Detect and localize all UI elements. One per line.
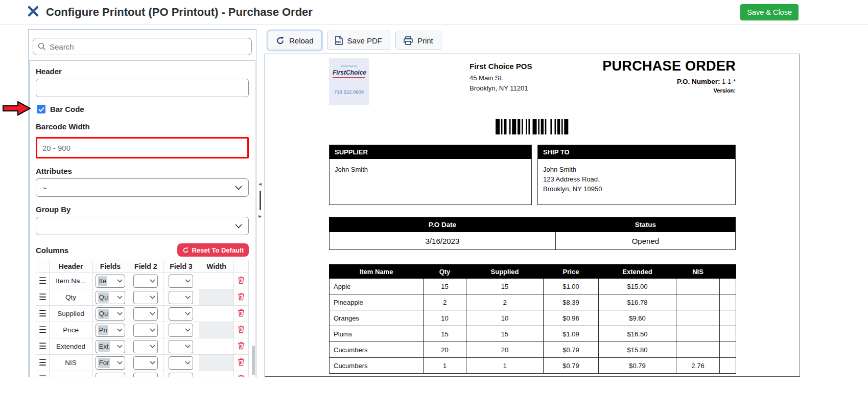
width-input-cell[interactable] bbox=[199, 322, 234, 338]
field3-select[interactable] bbox=[169, 324, 193, 337]
items-cell: Pineapple bbox=[330, 294, 424, 310]
columns-table-row: ☰ bbox=[36, 371, 249, 378]
reload-button-label: Reload bbox=[289, 36, 314, 45]
items-header-cell bbox=[720, 265, 736, 279]
fields-select[interactable]: Ite bbox=[96, 275, 125, 288]
chevron-down-icon bbox=[150, 312, 155, 315]
panel-splitter[interactable]: ◄ ► bbox=[256, 25, 264, 219]
header-input[interactable] bbox=[36, 79, 249, 97]
items-cell bbox=[676, 326, 720, 342]
sidebar-scrollbar[interactable] bbox=[252, 346, 255, 375]
barcode-width-label: Barcode Width bbox=[36, 122, 249, 131]
trash-icon[interactable] bbox=[238, 292, 245, 301]
field3-select[interactable] bbox=[169, 340, 193, 353]
items-cell bbox=[720, 310, 736, 326]
trash-icon[interactable] bbox=[238, 341, 245, 350]
ship-to-header: SHIP TO bbox=[538, 145, 735, 159]
width-input-cell[interactable] bbox=[199, 306, 234, 322]
field2-select[interactable] bbox=[133, 275, 158, 288]
field2-select[interactable] bbox=[133, 373, 158, 378]
fields-select[interactable]: Qu bbox=[96, 307, 125, 321]
attributes-select-value: ~ bbox=[42, 184, 47, 192]
drag-handle-icon[interactable]: ☰ bbox=[39, 309, 46, 318]
items-row: Pineapple22$8.39$16.78 bbox=[330, 294, 736, 310]
chevron-down-icon bbox=[235, 186, 242, 190]
field2-select[interactable] bbox=[133, 324, 158, 337]
group-by-select[interactable] bbox=[36, 217, 249, 235]
print-button[interactable]: Print bbox=[395, 31, 441, 50]
preview-pane: Reload PDF Save PDF Print Powered by Fi bbox=[264, 25, 868, 377]
save-pdf-button[interactable]: PDF Save PDF bbox=[327, 31, 390, 50]
preview-toolbar: Reload PDF Save PDF Print bbox=[268, 31, 868, 50]
trash-icon[interactable] bbox=[238, 276, 245, 284]
field2-select[interactable] bbox=[133, 307, 158, 321]
items-cell bbox=[676, 294, 720, 310]
fields-select[interactable]: Ext bbox=[96, 340, 125, 353]
chevron-down-icon bbox=[117, 279, 123, 283]
company-address-line1: 45 Main St. bbox=[470, 73, 532, 83]
items-cell: $0.96 bbox=[544, 310, 599, 326]
field3-select[interactable] bbox=[169, 275, 193, 288]
barcode-checkbox[interactable] bbox=[37, 105, 45, 113]
company-info: First Choice POS 45 Main St. Brooklyn, N… bbox=[470, 60, 532, 94]
width-input-cell[interactable] bbox=[199, 338, 234, 355]
column-header-name: Price bbox=[49, 322, 92, 338]
field2-select[interactable] bbox=[133, 356, 158, 370]
search-icon bbox=[38, 42, 46, 53]
chevron-down-icon bbox=[185, 295, 191, 299]
po-status-table: P.O Date Status 3/16/2023 Opened bbox=[329, 217, 736, 250]
save-close-button[interactable]: Save & Close bbox=[740, 4, 799, 20]
items-cell: 10 bbox=[424, 310, 466, 326]
collapse-left-icon[interactable]: ◄ bbox=[258, 182, 263, 187]
delete-column-header bbox=[234, 260, 249, 273]
chevron-down-icon bbox=[185, 328, 191, 332]
trash-icon[interactable] bbox=[238, 374, 245, 378]
drag-handle-icon[interactable]: ☰ bbox=[39, 341, 46, 351]
fields-select[interactable]: Qu bbox=[96, 291, 125, 304]
items-cell bbox=[720, 326, 736, 342]
search-input[interactable] bbox=[33, 38, 252, 55]
field3-select[interactable] bbox=[169, 373, 193, 378]
field3-select[interactable] bbox=[169, 291, 193, 304]
width-input-cell[interactable] bbox=[199, 289, 234, 306]
drag-handle-icon[interactable]: ☰ bbox=[39, 325, 46, 335]
drag-handle-icon[interactable]: ☰ bbox=[39, 276, 46, 286]
drag-handle-icon[interactable]: ☰ bbox=[39, 292, 46, 302]
items-cell: 20 bbox=[466, 342, 544, 358]
save-pdf-button-label: Save PDF bbox=[347, 36, 382, 45]
svg-text:PDF: PDF bbox=[336, 40, 341, 43]
splitter-grip[interactable] bbox=[260, 191, 261, 210]
fields-select[interactable]: Pri bbox=[96, 324, 125, 337]
field3-select[interactable] bbox=[169, 307, 193, 321]
items-cell: $0.79 bbox=[544, 342, 599, 358]
trash-icon[interactable] bbox=[238, 325, 245, 333]
field2-select[interactable] bbox=[133, 291, 158, 304]
printer-icon bbox=[404, 36, 413, 45]
trash-icon[interactable] bbox=[238, 358, 245, 366]
field3-select[interactable] bbox=[169, 356, 193, 370]
reload-button[interactable]: Reload bbox=[268, 31, 322, 50]
reset-to-default-button[interactable]: Reset To Default bbox=[177, 243, 249, 257]
width-input-cell[interactable] bbox=[199, 371, 234, 378]
columns-table: Header Fields Field 2 Field 3 Width ☰Ite… bbox=[36, 260, 249, 377]
columns-table-row: ☰Item Na...Ite bbox=[36, 273, 249, 289]
fields-select[interactable]: For bbox=[96, 356, 125, 370]
items-row: Cucumbers2020$0.79$15.80 bbox=[330, 342, 736, 358]
width-input-cell[interactable] bbox=[199, 273, 234, 289]
items-row: Plums1515$1.09$16.50 bbox=[330, 326, 736, 342]
supplier-box: SUPPLIER John Smith bbox=[329, 145, 532, 205]
attributes-select[interactable]: ~ bbox=[36, 178, 249, 197]
attributes-label: Attributes bbox=[36, 167, 249, 175]
fields-select[interactable] bbox=[96, 373, 125, 378]
items-cell bbox=[676, 342, 720, 358]
drag-handle-icon[interactable]: ☰ bbox=[39, 358, 46, 368]
chevron-down-icon bbox=[150, 295, 155, 299]
collapse-right-icon[interactable]: ► bbox=[258, 214, 263, 219]
items-cell: $1.09 bbox=[544, 326, 599, 342]
trash-icon[interactable] bbox=[238, 309, 245, 317]
width-input-cell[interactable] bbox=[199, 355, 234, 371]
barcode-width-input[interactable] bbox=[36, 137, 249, 158]
drag-handle-icon[interactable]: ☰ bbox=[39, 374, 46, 378]
field2-select[interactable] bbox=[133, 340, 158, 353]
columns-label: Columns bbox=[36, 246, 68, 255]
